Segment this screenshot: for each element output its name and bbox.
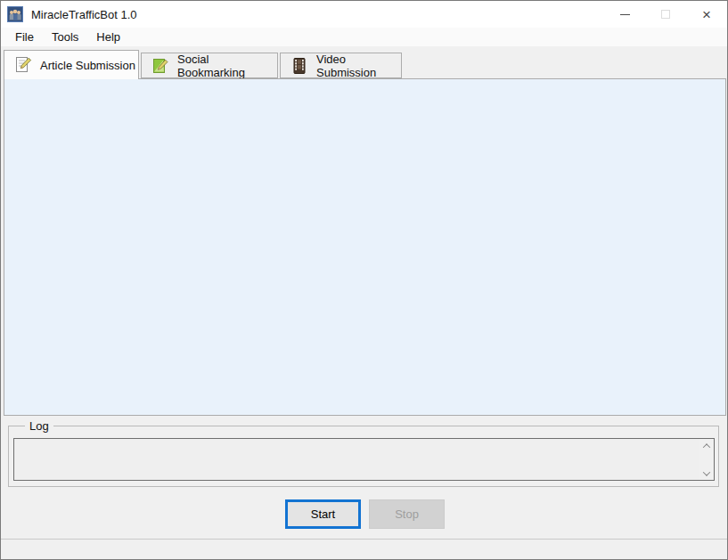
title-bar: MiracleTrafficBot 1.0 ×	[1, 1, 727, 28]
tab-label: Social Bookmarking	[177, 53, 277, 79]
tab-article-submission[interactable]: Article Submission	[4, 50, 139, 79]
tab-label: Video Submission	[316, 53, 401, 79]
bottom-divider	[1, 539, 727, 540]
menu-bar: File Tools Help	[1, 28, 727, 46]
close-button[interactable]: ×	[686, 1, 727, 28]
maximize-button[interactable]	[645, 1, 686, 28]
article-pencil-icon	[14, 56, 32, 74]
log-scrollbar[interactable]	[699, 439, 714, 480]
log-field	[13, 438, 715, 481]
start-button[interactable]: Start	[285, 499, 361, 529]
app-window: MiracleTrafficBot 1.0 × File Tools Help …	[0, 0, 728, 560]
stop-button[interactable]: Stop	[369, 499, 445, 529]
log-label: Log	[25, 419, 53, 433]
article-submission-page	[4, 78, 726, 416]
scroll-down-icon	[702, 468, 709, 475]
tab-video-submission[interactable]: Video Submission	[280, 53, 402, 78]
menu-file[interactable]: File	[6, 28, 43, 45]
minimize-icon	[620, 14, 630, 15]
film-strip-icon	[290, 57, 308, 75]
scroll-up-icon	[702, 443, 709, 450]
menu-help[interactable]: Help	[87, 28, 129, 45]
bookmark-pencil-icon	[151, 57, 169, 75]
close-icon: ×	[702, 7, 711, 22]
maximize-icon	[661, 10, 670, 19]
app-icon	[7, 6, 23, 22]
tab-label: Article Submission	[40, 59, 135, 72]
log-textarea[interactable]	[14, 439, 699, 480]
minimize-button[interactable]	[604, 1, 645, 28]
tab-social-bookmarking[interactable]: Social Bookmarking	[141, 53, 278, 78]
menu-tools[interactable]: Tools	[43, 28, 87, 45]
window-title: MiracleTrafficBot 1.0	[31, 8, 137, 21]
window-controls: ×	[604, 1, 727, 28]
